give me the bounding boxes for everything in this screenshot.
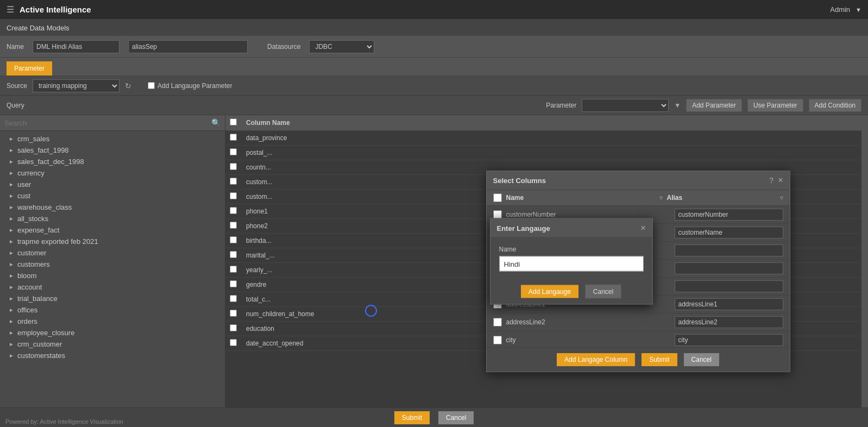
sidebar-item-bloom[interactable]: ►bloom <box>0 270 225 281</box>
lang-cancel-button[interactable]: Cancel <box>585 285 621 299</box>
column-header-name: Column Name <box>242 115 868 131</box>
sidebar-item-customers[interactable]: ►customers <box>0 259 225 270</box>
row-checkbox[interactable] <box>230 310 237 317</box>
tab-row: Parameter <box>0 58 868 76</box>
hamburger-icon[interactable]: ☰ <box>7 4 14 15</box>
row-checkbox[interactable] <box>230 324 237 331</box>
sidebar-item-sales_fact_dec_1998[interactable]: ►sales_fact_dec_1998 <box>0 156 225 167</box>
row-name: postal_... <box>242 146 868 160</box>
col-alias-input[interactable] <box>675 298 783 310</box>
row-checkbox[interactable] <box>230 266 237 273</box>
alias-filter-icon[interactable]: ▿ <box>780 194 783 202</box>
add-language-param-checkbox[interactable] <box>148 82 155 89</box>
sidebar-item-warehouse_class[interactable]: ►warehouse_class <box>0 202 225 213</box>
row-checkbox[interactable] <box>230 178 237 185</box>
close-icon[interactable]: × <box>778 175 783 185</box>
sidebar-item-trapme-exported-feb-2021[interactable]: ►trapme exported feb 2021 <box>0 236 225 247</box>
top-bar: ☰ Active Intelligence Admin ▼ <box>0 0 868 20</box>
source-select[interactable]: training mapping <box>33 79 119 92</box>
name-filter-icon[interactable]: ▿ <box>659 194 663 202</box>
enter-language-dialog: Enter Langauge × Name Add Langauge Cance… <box>490 218 653 305</box>
sidebar-item-sales_fact_1998[interactable]: ►sales_fact_1998 <box>0 145 225 156</box>
parameter-tab[interactable]: Parameter <box>7 61 52 76</box>
scroll-indicator[interactable] <box>861 115 868 407</box>
sidebar-item-crm_customer[interactable]: ►crm_customer <box>0 338 225 350</box>
col-alias-input[interactable] <box>675 280 783 292</box>
row-checkbox[interactable] <box>230 207 237 214</box>
lang-name-input[interactable] <box>499 256 644 272</box>
col-checkbox[interactable] <box>493 336 502 344</box>
sidebar-item-offices[interactable]: ►offices <box>0 304 225 316</box>
tree-arrow-icon: ► <box>9 147 14 153</box>
sidebar-item-cust[interactable]: ►cust <box>0 190 225 202</box>
col-checkbox[interactable] <box>493 318 502 326</box>
dialog-cancel-button[interactable]: Cancel <box>684 353 719 366</box>
col-alias-input[interactable] <box>675 209 783 221</box>
sidebar-item-customerstates[interactable]: ►customerstates <box>0 350 225 361</box>
lang-footer: Add Langauge Cancel <box>490 279 652 304</box>
select-all-checkbox[interactable] <box>230 118 237 125</box>
sidebar-item-orders[interactable]: ►orders <box>0 316 225 327</box>
col-alias-input[interactable] <box>675 227 783 238</box>
row-checkbox[interactable] <box>230 163 237 170</box>
tree-arrow-icon: ► <box>9 193 14 199</box>
tree-arrow-icon: ► <box>9 330 14 336</box>
query-label: Query <box>7 102 34 109</box>
sidebar-item-expense_fact[interactable]: ►expense_fact <box>0 224 225 236</box>
sidebar-item-trial_balance[interactable]: ►trial_balance <box>0 293 225 304</box>
col-alias-input[interactable] <box>675 334 783 346</box>
row-checkbox[interactable] <box>230 280 237 287</box>
sidebar-item-account[interactable]: ►account <box>0 281 225 293</box>
row-checkbox[interactable] <box>230 339 237 346</box>
tree-arrow-icon: ► <box>9 216 14 222</box>
dialog-column-row: city <box>487 331 790 347</box>
app-title: Active Intelligence <box>20 5 91 14</box>
tree-arrow-icon: ► <box>9 181 14 187</box>
add-language-button[interactable]: Add Langauge <box>521 285 578 298</box>
sidebar-item-currency[interactable]: ►currency <box>0 167 225 179</box>
main-submit-button[interactable]: Submit <box>394 411 430 424</box>
use-parameter-button[interactable]: Use Parameter <box>747 99 803 112</box>
col-alias-input[interactable] <box>675 262 783 274</box>
col-alias-input[interactable] <box>675 244 783 256</box>
col-name-value: customerNumber <box>506 211 670 218</box>
parameter-select[interactable] <box>582 99 669 112</box>
help-icon[interactable]: ? <box>769 176 773 185</box>
dialog-select-all-checkbox[interactable] <box>493 193 502 202</box>
sidebar-item-customer[interactable]: ►customer <box>0 247 225 259</box>
table-row[interactable]: data_province <box>225 131 868 146</box>
add-parameter-button[interactable]: Add Parameter <box>686 99 742 112</box>
lang-name-label: Name <box>499 246 644 253</box>
name-input[interactable] <box>33 40 119 53</box>
sidebar-item-crm_sales[interactable]: ►crm_sales <box>0 133 225 145</box>
bottom-bar: Submit Cancel <box>0 407 868 427</box>
row-checkbox[interactable] <box>230 236 237 243</box>
sidebar-item-user[interactable]: ►user <box>0 179 225 190</box>
dialog-column-row: addressLine2 <box>487 313 790 331</box>
col-name-value: addressLine2 <box>506 318 670 326</box>
refresh-icon[interactable]: ↻ <box>125 81 131 90</box>
alias-sep-input[interactable] <box>128 40 248 53</box>
main-cancel-button[interactable]: Cancel <box>438 411 474 424</box>
search-icon[interactable]: 🔍 <box>211 118 221 127</box>
lang-header: Enter Langauge × <box>490 219 652 238</box>
dialog-submit-button[interactable]: Submit <box>641 353 677 366</box>
search-input[interactable] <box>4 119 208 127</box>
tree-arrow-icon: ► <box>9 261 14 267</box>
add-language-column-button[interactable]: Add Langage Column <box>557 353 635 366</box>
name-label: Name <box>7 43 24 51</box>
tree-arrow-icon: ► <box>9 296 14 302</box>
row-checkbox[interactable] <box>230 134 237 141</box>
col-alias-input[interactable] <box>675 316 783 328</box>
row-checkbox[interactable] <box>230 148 237 155</box>
datasource-select[interactable]: JDBC <box>309 40 374 53</box>
row-checkbox[interactable] <box>230 192 237 199</box>
sidebar-item-all_stocks[interactable]: ►all_stocks <box>0 213 225 224</box>
add-condition-button[interactable]: Add Condition <box>809 99 861 112</box>
sidebar-item-employee_closure[interactable]: ►employee_closure <box>0 327 225 338</box>
row-checkbox[interactable] <box>230 295 237 302</box>
table-row[interactable]: postal_... <box>225 146 868 160</box>
row-checkbox[interactable] <box>230 222 237 229</box>
lang-close-icon[interactable]: × <box>640 223 645 233</box>
row-checkbox[interactable] <box>230 251 237 258</box>
